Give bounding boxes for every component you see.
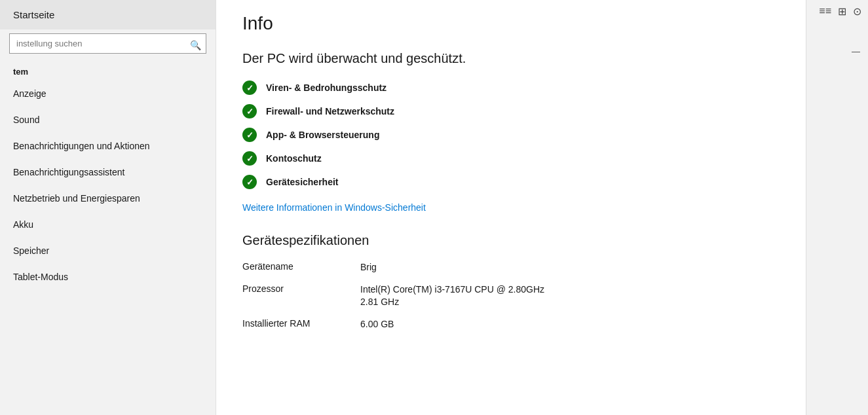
security-label-geraet: Gerätesicherheit	[266, 177, 339, 187]
profile-icon[interactable]: ⊙	[853, 5, 861, 18]
sidebar-item-speicher[interactable]: Speicher	[0, 238, 216, 264]
right-panel: ≡≡ ⊞ ⊙ —	[806, 0, 868, 415]
spec-label-ram: Installierter RAM	[242, 318, 360, 331]
page-title: Info	[242, 13, 780, 34]
search-input[interactable]	[9, 33, 206, 54]
security-label-app: App- & Browsersteuerung	[266, 130, 379, 140]
spec-row-geraetename: Gerätename Brig	[242, 261, 780, 274]
sidebar-toggle-icon[interactable]: ⊞	[838, 5, 846, 18]
security-item-konto: Kontoschutz	[242, 151, 780, 166]
sidebar-item-netzbetrieb[interactable]: Netzbetrieb und Energiesparen	[0, 185, 216, 211]
search-container: 🔍	[0, 29, 216, 60]
check-icon-firewall	[242, 104, 257, 118]
browser-icons: ≡≡ ⊞ ⊙	[818, 3, 863, 20]
sidebar-item-akku[interactable]: Akku	[0, 211, 216, 238]
specs-section: Gerätespezifikationen Gerätename Brig Pr…	[242, 233, 780, 331]
security-item-viren: Viren- & Bedrohungsschutz	[242, 81, 780, 95]
spec-label-prozessor: Prozessor	[242, 283, 360, 309]
bookmark-icon[interactable]: ≡≡	[819, 5, 831, 18]
sidebar-section-header: tem	[0, 60, 216, 81]
sidebar-item-benachrichtigungsassistent[interactable]: Benachrichtigungsassistent	[0, 159, 216, 185]
security-label-konto: Kontoschutz	[266, 153, 322, 164]
more-info-link[interactable]: Weitere Informationen in Windows-Sicherh…	[242, 202, 426, 213]
sidebar-item-benachrichtigungen[interactable]: Benachrichtigungen und Aktionen	[0, 133, 216, 159]
security-item-firewall: Firewall- und Netzwerkschutz	[242, 104, 780, 118]
sidebar: Startseite 🔍 tem Anzeige Sound Benachric…	[0, 0, 216, 415]
security-status-text: Der PC wird überwacht und geschützt.	[242, 50, 780, 67]
sidebar-item-tablet[interactable]: Tablet-Modus	[0, 264, 216, 290]
spec-row-prozessor: Prozessor Intel(R) Core(TM) i3-7167U CPU…	[242, 283, 780, 309]
security-item-geraet: Gerätesicherheit	[242, 175, 780, 189]
spec-row-ram: Installierter RAM 6.00 GB	[242, 318, 780, 331]
check-icon-app	[242, 128, 257, 142]
check-icon-konto	[242, 151, 257, 166]
security-label-firewall: Firewall- und Netzwerkschutz	[266, 106, 394, 117]
minimize-button[interactable]: —	[852, 46, 863, 56]
check-icon-viren	[242, 81, 257, 95]
spec-value-ram: 6.00 GB	[360, 318, 394, 331]
sidebar-home[interactable]: Startseite	[0, 0, 216, 29]
check-icon-geraet	[242, 175, 257, 189]
main-content: Info Der PC wird überwacht und geschützt…	[216, 0, 806, 415]
specs-title: Gerätespezifikationen	[242, 233, 780, 248]
security-label-viren: Viren- & Bedrohungsschutz	[266, 82, 387, 93]
sidebar-item-anzeige[interactable]: Anzeige	[0, 81, 216, 107]
sidebar-item-sound[interactable]: Sound	[0, 107, 216, 133]
spec-label-geraetename: Gerätename	[242, 261, 360, 274]
spec-value-geraetename: Brig	[360, 261, 377, 274]
spec-value-prozessor: Intel(R) Core(TM) i3-7167U CPU @ 2.80GHz…	[360, 283, 544, 309]
security-item-app: App- & Browsersteuerung	[242, 128, 780, 142]
security-section: Der PC wird überwacht und geschützt. Vir…	[242, 50, 780, 213]
